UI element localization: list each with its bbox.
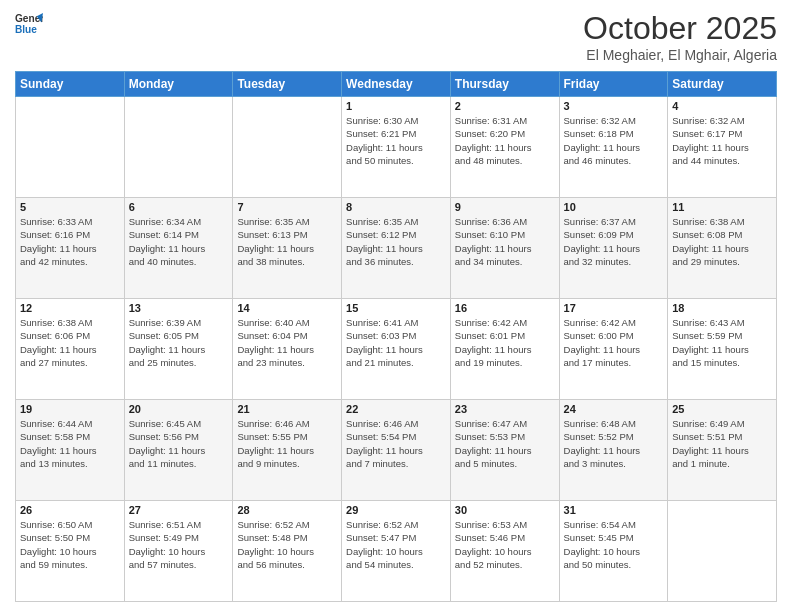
header: General Blue October 2025 El Meghaier, E… — [15, 10, 777, 63]
day-info: Sunrise: 6:53 AM Sunset: 5:46 PM Dayligh… — [455, 518, 555, 571]
calendar-cell: 8Sunrise: 6:35 AM Sunset: 6:12 PM Daylig… — [342, 198, 451, 299]
day-number: 10 — [564, 201, 664, 213]
calendar-cell: 27Sunrise: 6:51 AM Sunset: 5:49 PM Dayli… — [124, 501, 233, 602]
day-number: 23 — [455, 403, 555, 415]
day-number: 3 — [564, 100, 664, 112]
month-title: October 2025 — [583, 10, 777, 47]
calendar-week-row: 19Sunrise: 6:44 AM Sunset: 5:58 PM Dayli… — [16, 400, 777, 501]
day-info: Sunrise: 6:37 AM Sunset: 6:09 PM Dayligh… — [564, 215, 664, 268]
day-info: Sunrise: 6:45 AM Sunset: 5:56 PM Dayligh… — [129, 417, 229, 470]
calendar-cell: 3Sunrise: 6:32 AM Sunset: 6:18 PM Daylig… — [559, 97, 668, 198]
day-number: 18 — [672, 302, 772, 314]
day-number: 26 — [20, 504, 120, 516]
day-info: Sunrise: 6:46 AM Sunset: 5:55 PM Dayligh… — [237, 417, 337, 470]
calendar-cell: 12Sunrise: 6:38 AM Sunset: 6:06 PM Dayli… — [16, 299, 125, 400]
calendar-cell: 28Sunrise: 6:52 AM Sunset: 5:48 PM Dayli… — [233, 501, 342, 602]
day-number: 20 — [129, 403, 229, 415]
calendar-cell: 17Sunrise: 6:42 AM Sunset: 6:00 PM Dayli… — [559, 299, 668, 400]
day-number: 22 — [346, 403, 446, 415]
calendar-cell: 20Sunrise: 6:45 AM Sunset: 5:56 PM Dayli… — [124, 400, 233, 501]
day-info: Sunrise: 6:35 AM Sunset: 6:13 PM Dayligh… — [237, 215, 337, 268]
day-info: Sunrise: 6:43 AM Sunset: 5:59 PM Dayligh… — [672, 316, 772, 369]
weekday-header: Friday — [559, 72, 668, 97]
day-number: 16 — [455, 302, 555, 314]
calendar-cell: 10Sunrise: 6:37 AM Sunset: 6:09 PM Dayli… — [559, 198, 668, 299]
calendar-cell: 6Sunrise: 6:34 AM Sunset: 6:14 PM Daylig… — [124, 198, 233, 299]
svg-text:General: General — [15, 13, 43, 24]
day-info: Sunrise: 6:52 AM Sunset: 5:48 PM Dayligh… — [237, 518, 337, 571]
calendar-cell: 24Sunrise: 6:48 AM Sunset: 5:52 PM Dayli… — [559, 400, 668, 501]
day-number: 13 — [129, 302, 229, 314]
logo-icon: General Blue — [15, 10, 43, 38]
calendar-cell: 26Sunrise: 6:50 AM Sunset: 5:50 PM Dayli… — [16, 501, 125, 602]
day-number: 8 — [346, 201, 446, 213]
calendar-week-row: 12Sunrise: 6:38 AM Sunset: 6:06 PM Dayli… — [16, 299, 777, 400]
calendar-cell: 2Sunrise: 6:31 AM Sunset: 6:20 PM Daylig… — [450, 97, 559, 198]
day-info: Sunrise: 6:42 AM Sunset: 6:00 PM Dayligh… — [564, 316, 664, 369]
calendar: SundayMondayTuesdayWednesdayThursdayFrid… — [15, 71, 777, 602]
calendar-cell — [16, 97, 125, 198]
day-number: 15 — [346, 302, 446, 314]
calendar-header-row: SundayMondayTuesdayWednesdayThursdayFrid… — [16, 72, 777, 97]
day-number: 21 — [237, 403, 337, 415]
day-info: Sunrise: 6:38 AM Sunset: 6:08 PM Dayligh… — [672, 215, 772, 268]
title-block: October 2025 El Meghaier, El Mghair, Alg… — [583, 10, 777, 63]
day-info: Sunrise: 6:50 AM Sunset: 5:50 PM Dayligh… — [20, 518, 120, 571]
page: General Blue October 2025 El Meghaier, E… — [0, 0, 792, 612]
day-number: 27 — [129, 504, 229, 516]
calendar-cell — [233, 97, 342, 198]
calendar-week-row: 1Sunrise: 6:30 AM Sunset: 6:21 PM Daylig… — [16, 97, 777, 198]
day-info: Sunrise: 6:41 AM Sunset: 6:03 PM Dayligh… — [346, 316, 446, 369]
day-number: 5 — [20, 201, 120, 213]
logo: General Blue — [15, 10, 43, 38]
day-number: 2 — [455, 100, 555, 112]
day-info: Sunrise: 6:49 AM Sunset: 5:51 PM Dayligh… — [672, 417, 772, 470]
calendar-cell: 13Sunrise: 6:39 AM Sunset: 6:05 PM Dayli… — [124, 299, 233, 400]
day-info: Sunrise: 6:36 AM Sunset: 6:10 PM Dayligh… — [455, 215, 555, 268]
day-info: Sunrise: 6:44 AM Sunset: 5:58 PM Dayligh… — [20, 417, 120, 470]
weekday-header: Sunday — [16, 72, 125, 97]
calendar-cell: 15Sunrise: 6:41 AM Sunset: 6:03 PM Dayli… — [342, 299, 451, 400]
calendar-cell: 1Sunrise: 6:30 AM Sunset: 6:21 PM Daylig… — [342, 97, 451, 198]
day-info: Sunrise: 6:42 AM Sunset: 6:01 PM Dayligh… — [455, 316, 555, 369]
day-info: Sunrise: 6:30 AM Sunset: 6:21 PM Dayligh… — [346, 114, 446, 167]
calendar-cell: 25Sunrise: 6:49 AM Sunset: 5:51 PM Dayli… — [668, 400, 777, 501]
day-number: 9 — [455, 201, 555, 213]
calendar-cell: 18Sunrise: 6:43 AM Sunset: 5:59 PM Dayli… — [668, 299, 777, 400]
calendar-cell: 23Sunrise: 6:47 AM Sunset: 5:53 PM Dayli… — [450, 400, 559, 501]
day-info: Sunrise: 6:52 AM Sunset: 5:47 PM Dayligh… — [346, 518, 446, 571]
day-number: 28 — [237, 504, 337, 516]
calendar-cell: 29Sunrise: 6:52 AM Sunset: 5:47 PM Dayli… — [342, 501, 451, 602]
day-number: 11 — [672, 201, 772, 213]
calendar-cell: 22Sunrise: 6:46 AM Sunset: 5:54 PM Dayli… — [342, 400, 451, 501]
calendar-week-row: 5Sunrise: 6:33 AM Sunset: 6:16 PM Daylig… — [16, 198, 777, 299]
weekday-header: Monday — [124, 72, 233, 97]
weekday-header: Wednesday — [342, 72, 451, 97]
day-number: 7 — [237, 201, 337, 213]
day-number: 14 — [237, 302, 337, 314]
weekday-header: Saturday — [668, 72, 777, 97]
calendar-cell: 5Sunrise: 6:33 AM Sunset: 6:16 PM Daylig… — [16, 198, 125, 299]
calendar-cell: 9Sunrise: 6:36 AM Sunset: 6:10 PM Daylig… — [450, 198, 559, 299]
day-info: Sunrise: 6:32 AM Sunset: 6:17 PM Dayligh… — [672, 114, 772, 167]
weekday-header: Tuesday — [233, 72, 342, 97]
day-number: 12 — [20, 302, 120, 314]
day-number: 4 — [672, 100, 772, 112]
day-info: Sunrise: 6:31 AM Sunset: 6:20 PM Dayligh… — [455, 114, 555, 167]
day-number: 17 — [564, 302, 664, 314]
calendar-cell — [668, 501, 777, 602]
calendar-cell — [124, 97, 233, 198]
day-info: Sunrise: 6:47 AM Sunset: 5:53 PM Dayligh… — [455, 417, 555, 470]
day-info: Sunrise: 6:51 AM Sunset: 5:49 PM Dayligh… — [129, 518, 229, 571]
day-number: 25 — [672, 403, 772, 415]
svg-text:Blue: Blue — [15, 24, 37, 35]
day-info: Sunrise: 6:38 AM Sunset: 6:06 PM Dayligh… — [20, 316, 120, 369]
calendar-cell: 21Sunrise: 6:46 AM Sunset: 5:55 PM Dayli… — [233, 400, 342, 501]
day-info: Sunrise: 6:40 AM Sunset: 6:04 PM Dayligh… — [237, 316, 337, 369]
calendar-cell: 4Sunrise: 6:32 AM Sunset: 6:17 PM Daylig… — [668, 97, 777, 198]
calendar-cell: 16Sunrise: 6:42 AM Sunset: 6:01 PM Dayli… — [450, 299, 559, 400]
day-number: 30 — [455, 504, 555, 516]
day-number: 24 — [564, 403, 664, 415]
calendar-cell: 30Sunrise: 6:53 AM Sunset: 5:46 PM Dayli… — [450, 501, 559, 602]
day-info: Sunrise: 6:54 AM Sunset: 5:45 PM Dayligh… — [564, 518, 664, 571]
